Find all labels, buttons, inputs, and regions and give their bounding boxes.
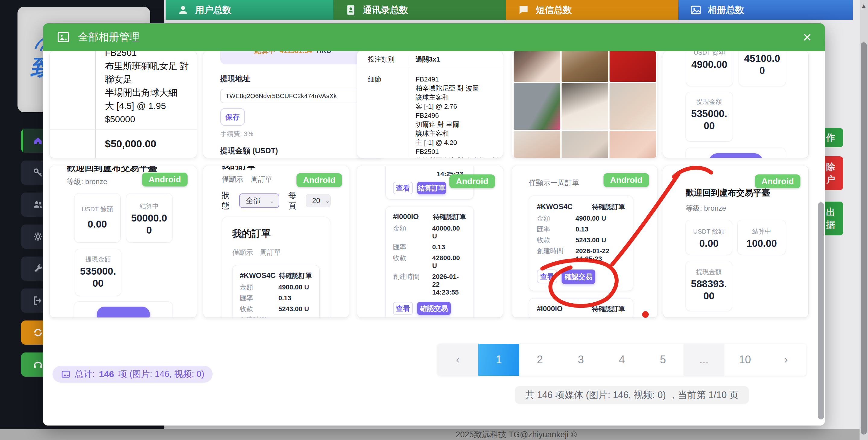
media-card-photo-grid[interactable] xyxy=(512,51,657,158)
detail-line: 主 [-1] @ 4.20 xyxy=(415,138,499,147)
bet-line: 聯女足 xyxy=(105,73,189,86)
save-button[interactable]: 保存 xyxy=(220,108,245,126)
pagination-page-5[interactable]: 5 xyxy=(642,344,683,376)
album-icon xyxy=(56,30,70,44)
pagination-next[interactable]: › xyxy=(766,344,806,376)
primary-button[interactable] xyxy=(97,306,150,318)
android-badge: Android xyxy=(755,174,801,188)
stat-card-contacts[interactable]: 通讯录总数 xyxy=(333,0,510,20)
action-label: 据 xyxy=(826,218,835,231)
bet-line: 半場開出角球大細 xyxy=(105,86,189,99)
order-card[interactable]: #KWOS4C 待確認訂單 金額4900.00 U 匯率0.13 收款5243.… xyxy=(529,196,633,291)
page-scrollbar-thumb[interactable] xyxy=(861,42,867,435)
stat-card-users[interactable]: 用户总数 xyxy=(165,0,338,20)
orders-panel: 我的訂單 僅顯示一周訂單 #KWOS4C 待確認訂單 金額4900.00 U 匯… xyxy=(222,217,330,318)
media-card-confirm-b[interactable]: Android 僅顯示一周訂單 #KWOS4C 待確認訂單 金額4900.00 … xyxy=(512,166,657,318)
stat-card-albums[interactable]: 相册总数 xyxy=(678,0,853,20)
box-value: 45100.00 xyxy=(739,51,786,76)
headset-icon xyxy=(33,359,43,370)
photo-thumbnail[interactable] xyxy=(562,131,608,158)
close-icon[interactable]: × xyxy=(803,30,812,45)
field-label: 金額 xyxy=(393,225,432,240)
view-button[interactable]: 查看 xyxy=(537,269,557,283)
amount-label: 提現金額 (USDT) xyxy=(220,146,366,156)
pagination-page-3[interactable]: 3 xyxy=(560,344,601,376)
media-card-confirm-a[interactable]: Android 14:25:23 查看 結算訂單 #I000IO 待確認訂單 金… xyxy=(357,166,503,318)
action-card xyxy=(74,301,173,318)
status-label: 狀態 xyxy=(222,190,234,211)
settle-order-button[interactable]: 結算訂單 xyxy=(417,182,446,194)
primary-button[interactable] xyxy=(709,153,763,158)
album-icon xyxy=(61,370,70,379)
pagination-page-10[interactable]: 10 xyxy=(724,344,766,376)
bet-slip-left-col xyxy=(50,129,96,158)
media-card-bet-detail[interactable]: 投注類別 過關3x1 細節 FB2491 柏辛域陀尼亞 對 波圖 讓球主客和 客… xyxy=(357,51,503,158)
page-header-clipped: 我的訂單 xyxy=(222,166,331,170)
perpage-select[interactable]: 20 ⌄ xyxy=(306,194,331,207)
order-id: #KWOS4C xyxy=(240,271,276,281)
field-value: 5243.00 U xyxy=(278,305,312,313)
detail-line: 客 [-1] @ 2.76 xyxy=(415,102,499,111)
order-card[interactable]: #KWOS4C 待確認訂單 金額4900.00 U 匯率0.13 收款5243.… xyxy=(232,265,320,318)
photo-thumbnail[interactable] xyxy=(562,51,608,82)
media-card-platform-b[interactable]: Android 歡迎回到盧布交易平臺 等級: bronze USDT 餘額 0.… xyxy=(663,166,808,318)
status-select[interactable]: 全部 ⌄ xyxy=(239,194,279,208)
detail-line: FB2496 xyxy=(415,111,499,120)
view-button[interactable]: 查看 xyxy=(393,302,413,315)
media-card-wallet[interactable]: USDT 餘額 4900.00 45100.00 提現金額 535000.00 xyxy=(663,51,808,158)
pagination-ellipsis: ... xyxy=(683,344,724,376)
page-scrollbar[interactable]: ▲ xyxy=(860,0,868,440)
withdraw-amount-box: 提現金額 535000.00 xyxy=(685,92,733,142)
modal-scrollbar-thumb[interactable] xyxy=(818,202,824,419)
confirm-trade-button[interactable]: 確認交易 xyxy=(562,269,595,284)
usdt-balance-box: USDT 餘額 0.00 xyxy=(685,220,732,255)
pagination-page-2[interactable]: 2 xyxy=(519,344,560,376)
box-label: 提現金額 xyxy=(686,264,732,276)
settling-box: 結算中 100.00 xyxy=(737,220,786,255)
photo-thumbnail[interactable] xyxy=(610,83,656,130)
scroll-up-icon[interactable]: ▲ xyxy=(860,2,868,9)
modal-title: 全部相册管理 xyxy=(78,30,140,44)
box-label: USDT 餘額 xyxy=(686,51,733,57)
photo-thumbnail[interactable] xyxy=(610,131,656,158)
orders-subtitle: 僅顯示一周訂單 xyxy=(232,248,320,257)
photo-thumbnail[interactable] xyxy=(514,83,560,130)
box-label: 結算中 xyxy=(738,223,786,236)
photo-thumbnail[interactable] xyxy=(610,51,656,82)
field-label: 創建時間 xyxy=(537,247,576,263)
logout-icon xyxy=(33,295,43,306)
box-value: 535000.00 xyxy=(686,106,733,131)
photo-thumbnail[interactable] xyxy=(562,83,608,130)
field-value: 0.13 xyxy=(576,226,618,233)
android-badge: Android xyxy=(450,174,495,188)
pagination-page-4[interactable]: 4 xyxy=(601,344,642,376)
photo-thumbnail[interactable] xyxy=(514,131,560,158)
media-card-my-orders[interactable]: Android 我的訂單 僅顯示一周訂單 狀態 全部 ⌄ 每頁 20 ⌄ xyxy=(203,166,349,318)
pagination-page-1[interactable]: 1 xyxy=(478,344,519,376)
box-label: 結算中 xyxy=(126,197,172,210)
order-status: 待確認訂單 xyxy=(592,304,625,314)
field-value: 4900.00 U xyxy=(576,214,618,223)
action-label: 除 xyxy=(826,160,835,173)
chip-label: 結算中 xyxy=(254,51,275,56)
order-card[interactable]: #I000IO 待確認訂單 金額40000.00 U 匯率0.13 收款4280… xyxy=(385,206,474,318)
media-card-platform-a[interactable]: Android 歡迎回到盧布交易平臺 等級: bronze USDT 餘額 0.… xyxy=(50,166,197,318)
orders-title: 我的訂單 xyxy=(232,227,320,240)
pagination-prev[interactable]: ‹ xyxy=(437,344,478,376)
withdraw-amount-box: 提現金額 588393.00 xyxy=(685,261,732,311)
address-input[interactable] xyxy=(220,89,366,103)
photo-thumbnail[interactable] xyxy=(514,51,560,82)
action-label: 出 xyxy=(826,206,835,218)
action-label: 户 xyxy=(826,173,835,186)
detail-line: 讓球主客和 xyxy=(415,93,499,102)
stat-card-sms[interactable]: 短信总数 xyxy=(506,0,683,20)
confirm-trade-button[interactable]: 確認交易 xyxy=(417,302,451,315)
order-status: 待確認訂單 xyxy=(433,212,466,222)
view-button[interactable]: 查看 xyxy=(393,182,413,194)
usdt-balance-box: USDT 餘額 4900.00 xyxy=(686,51,733,86)
media-card-bet-slip[interactable]: FB2501 布里斯班獅吼女足 對 聯女足 半場開出角球大細 大 [4.5] @… xyxy=(50,51,197,158)
field-value: 0.13 xyxy=(432,243,466,251)
order-card-next[interactable]: #I000IO 待確認訂單 xyxy=(529,298,633,318)
box-label: 提現金額 xyxy=(75,252,121,263)
media-card-withdraw-form[interactable]: 結算中 411561.54 HKD 提現地址 保存 手續費: 3% 提現金額 (… xyxy=(203,51,383,158)
